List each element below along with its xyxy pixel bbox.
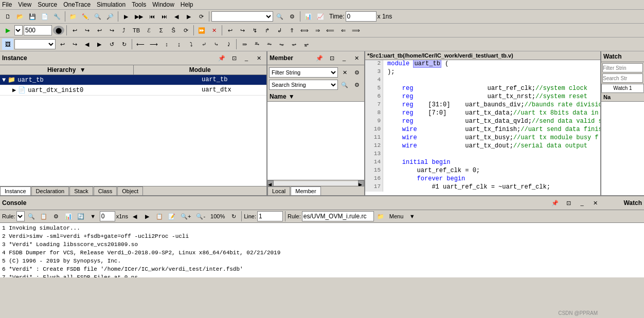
watch-search-input[interactable]: [602, 73, 643, 83]
watch-tab-1[interactable]: Watch 1: [601, 84, 644, 92]
search-options-btn[interactable]: ⚙: [351, 79, 363, 90]
tb2-11[interactable]: ⏩: [196, 25, 207, 36]
save-btn[interactable]: 💾: [27, 11, 38, 22]
tb3-7[interactable]: ⟵: [134, 39, 147, 50]
tool16[interactable]: ⟳: [195, 11, 207, 22]
console-menu-btn[interactable]: Menu: [387, 211, 406, 222]
filter-clear-btn[interactable]: ✕: [339, 67, 350, 78]
tb3-12[interactable]: ⤶: [198, 39, 209, 50]
time-input[interactable]: [346, 11, 377, 22]
tb2-13[interactable]: ↩: [224, 25, 236, 36]
tb3-14[interactable]: ⤸: [223, 39, 234, 50]
tool17[interactable]: ⚙: [287, 11, 298, 22]
console-tb4[interactable]: 📊: [63, 211, 74, 222]
console-tb5[interactable]: 🔄: [75, 211, 86, 222]
watch-list[interactable]: [601, 102, 644, 195]
tb2-5[interactable]: ⤴: [118, 25, 130, 36]
console-zoom-out[interactable]: 🔍-: [194, 211, 207, 222]
tb3-9[interactable]: ↕: [161, 39, 172, 50]
tb2-16[interactable]: ↱: [261, 25, 273, 36]
member-pin-btn[interactable]: 📌: [314, 52, 325, 64]
open-btn[interactable]: 📂: [14, 11, 26, 22]
tb2-23[interactable]: ⟹: [350, 25, 362, 36]
menu-file[interactable]: File: [2, 1, 12, 8]
tool12[interactable]: ⏮: [146, 11, 157, 22]
tb2-19[interactable]: ⟺: [298, 25, 311, 36]
instance-close-btn[interactable]: ✕: [253, 52, 264, 64]
console-tb8[interactable]: 📝: [166, 211, 177, 222]
tb3-2[interactable]: ↪: [69, 39, 80, 50]
menu-help[interactable]: Help: [181, 1, 193, 8]
tb2-18[interactable]: ⇑: [286, 25, 297, 36]
console-zoom-val[interactable]: 100%: [208, 211, 227, 222]
scroll-left[interactable]: ◀: [267, 180, 274, 186]
tb3-8[interactable]: ⟶: [148, 39, 160, 50]
instance-min-btn[interactable]: _: [241, 52, 252, 64]
tb3-6[interactable]: ↻: [118, 39, 130, 50]
console-tb6[interactable]: ▼: [87, 211, 99, 222]
watch-filter-input[interactable]: [602, 63, 643, 72]
search-select[interactable]: Search String: [269, 80, 338, 90]
tool13[interactable]: ⏭: [158, 11, 170, 22]
tb3-19[interactable]: ⥴: [288, 39, 299, 50]
tab-stack[interactable]: Stack: [69, 186, 93, 195]
tb2-2[interactable]: ↪: [81, 25, 93, 36]
console-tb1[interactable]: 🔍: [26, 211, 37, 222]
menu-onetrace[interactable]: OneTrace: [63, 1, 91, 8]
tool7[interactable]: ✏️: [80, 11, 91, 22]
tool15[interactable]: ▶: [183, 11, 194, 22]
waveform-select[interactable]: [211, 11, 273, 22]
code-content[interactable]: 2module uart_tb (3);45 reg uart_ref_clk;…: [365, 60, 600, 195]
tb3-5[interactable]: ↺: [106, 39, 117, 50]
instance-expand-btn[interactable]: ⊡: [228, 52, 240, 64]
tb3-3[interactable]: ◀: [81, 39, 93, 50]
rule-input[interactable]: [302, 211, 374, 221]
console-min-btn[interactable]: _: [576, 197, 587, 209]
tb2-4[interactable]: ↪: [106, 25, 117, 36]
tool14[interactable]: ◀: [171, 11, 182, 22]
scroll-right[interactable]: ▶: [358, 180, 364, 186]
menu-window[interactable]: Window: [152, 1, 174, 8]
console-next-btn[interactable]: ▶: [141, 211, 153, 222]
member-list[interactable]: [267, 102, 364, 180]
tb2-9[interactable]: Ŝ: [168, 25, 179, 36]
tab-local[interactable]: Local: [267, 186, 290, 195]
tb2-22[interactable]: ⇐: [337, 25, 349, 36]
menu-source[interactable]: Source: [38, 1, 57, 8]
table-row[interactable]: ▶ 📄 uart_dtx_inist0 uart_dtx: [0, 85, 266, 96]
tool11[interactable]: ▶▶: [133, 11, 145, 22]
tb3-11[interactable]: ⤵: [186, 39, 197, 50]
console-time-input[interactable]: [100, 211, 115, 221]
tool18[interactable]: 📊: [302, 11, 314, 22]
console-tb3[interactable]: ⚙: [50, 211, 62, 222]
tool19[interactable]: 📈: [315, 11, 326, 22]
tool9[interactable]: 🔎: [104, 11, 116, 22]
run-go[interactable]: ⬤: [53, 26, 64, 35]
new-btn[interactable]: 🗋: [2, 11, 13, 22]
console-prev-btn[interactable]: ◀: [129, 211, 140, 222]
filter-options-btn[interactable]: ⚙: [351, 67, 363, 78]
tb3-18[interactable]: ⥳: [276, 39, 287, 50]
tb2-17[interactable]: ↲: [274, 25, 285, 36]
tb3-13[interactable]: ⤷: [210, 39, 222, 50]
rule-select[interactable]: [16, 211, 25, 221]
scroll-track[interactable]: [274, 181, 358, 185]
tb2-14[interactable]: ↪: [237, 25, 248, 36]
tb2-3[interactable]: ↩: [94, 25, 105, 36]
tb2-8[interactable]: Σ: [155, 25, 167, 36]
tb2-15[interactable]: ↯: [249, 25, 260, 36]
console-refresh[interactable]: ↻: [228, 211, 239, 222]
tb3-select[interactable]: [14, 39, 56, 49]
tb2-6[interactable]: TB: [131, 25, 142, 36]
tb3-17[interactable]: ⥲: [263, 39, 275, 50]
tb3-img[interactable]: 🖼: [2, 39, 13, 50]
console-opt-btn[interactable]: ▼: [406, 211, 418, 222]
member-scrollbar[interactable]: ◀ ▶: [267, 180, 364, 186]
instance-pin-btn[interactable]: 📌: [216, 52, 227, 64]
console-close-btn[interactable]: ✕: [589, 197, 601, 209]
menu-tools[interactable]: Tools: [132, 1, 146, 8]
menu-simulation[interactable]: Simulation: [97, 1, 126, 8]
filter-select[interactable]: Filter String: [269, 67, 338, 78]
tool4[interactable]: 📄: [39, 11, 50, 22]
console-tb7[interactable]: 📋: [154, 211, 165, 222]
